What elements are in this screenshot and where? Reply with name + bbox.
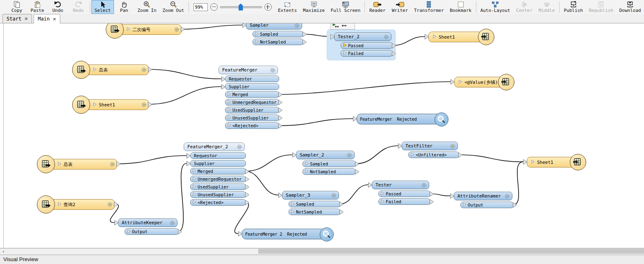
toolbar-button-transformer[interactable]: Transformer [411, 0, 447, 14]
port-unmergedrequestor[interactable]: UnmergedRequestor [190, 176, 246, 182]
transformer-node-tester-2[interactable]: Tester_2PassedFailed [334, 32, 391, 57]
connection[interactable] [303, 34, 330, 37]
input-arrow-icon[interactable] [187, 153, 191, 159]
transformer-node-featuremerger[interactable]: FeatureMergerRequestorSupplierMergedUnme… [218, 66, 278, 129]
transformer-node-featuremerger-2[interactable]: FeatureMerger_2RequestorSupplierMergedUn… [184, 142, 245, 206]
input-arrow-icon[interactable] [398, 143, 402, 150]
writer-node-value-乡镇[interactable]: <@Value(乡镇)> [454, 77, 510, 87]
connection[interactable] [245, 155, 292, 171]
toolbar-button-zoom-in[interactable]: Zoom In [134, 0, 159, 14]
gear-icon[interactable] [504, 193, 510, 199]
toolbar-button-full-screen[interactable]: Full Screen [328, 0, 363, 14]
transformer-node-sampler-3[interactable]: Sampler_3SampledNotSampled [282, 191, 339, 215]
input-arrow-icon[interactable] [221, 84, 225, 90]
writer-node-sheet1[interactable]: Sheet1 [428, 32, 490, 42]
toolbar-button-maximize[interactable]: Maximize [300, 0, 328, 14]
output-arrow-icon[interactable] [458, 152, 462, 158]
transformer-node-testfilter[interactable]: TestFilter<Unfiltered> [402, 142, 458, 158]
output-arrow-icon[interactable] [430, 191, 434, 197]
node-title-bar[interactable]: AttributeKeeper [118, 218, 177, 227]
output-arrow-icon[interactable] [278, 108, 282, 114]
scrollbar-track[interactable] [7, 248, 644, 254]
gear-icon[interactable] [294, 23, 300, 28]
output-arrow-icon[interactable] [181, 27, 185, 33]
output-arrow-icon[interactable] [278, 92, 282, 98]
gear-icon[interactable] [450, 143, 455, 149]
tab-main[interactable]: Main× [34, 14, 60, 23]
output-arrow-icon[interactable] [178, 229, 182, 235]
output-arrow-icon[interactable] [245, 192, 249, 198]
gear-icon[interactable] [270, 67, 275, 73]
visual-preview-panel-header[interactable]: Visual Preview [0, 255, 644, 264]
magnifier-icon[interactable] [320, 227, 334, 241]
output-arrow-icon[interactable] [339, 202, 344, 208]
port-sampled[interactable]: Sampled [303, 161, 356, 167]
output-arrow-icon[interactable] [245, 184, 249, 191]
port-usedsupplier[interactable]: UsedSupplier [190, 184, 246, 190]
node-title-bar[interactable]: Sampler_3 [282, 191, 339, 200]
zoom-out-step-button[interactable] [210, 3, 218, 11]
input-arrow-icon[interactable] [187, 161, 191, 167]
connection[interactable] [181, 25, 242, 29]
port-failed[interactable]: Failed [378, 198, 430, 205]
output-arrow-icon[interactable] [245, 200, 249, 206]
input-arrow-icon[interactable] [114, 220, 118, 227]
port-rejected[interactable]: <Rejected> [225, 122, 279, 129]
input-arrow-icon[interactable] [523, 159, 527, 166]
gear-icon[interactable] [141, 102, 147, 108]
output-arrow-icon[interactable] [303, 32, 307, 38]
toolbar-button-extents[interactable]: Extents [275, 0, 300, 14]
toolbar-button-select[interactable]: Select [91, 0, 114, 14]
input-arrow-icon[interactable] [450, 193, 454, 200]
run-from-here-icon[interactable] [332, 23, 339, 30]
run-to-here-icon[interactable] [341, 23, 348, 30]
zoom-level-input[interactable]: 99% [193, 3, 208, 11]
port-supplier[interactable]: Supplier [190, 160, 246, 167]
toolbar-button-writer[interactable]: Writer [389, 0, 411, 14]
transformer-node-sampler[interactable]: SamplerSampledNotSampled [246, 23, 302, 45]
port-notsampled[interactable]: NotSampled [303, 168, 356, 175]
port-output[interactable]: Output [460, 202, 514, 208]
connection[interactable] [278, 119, 353, 126]
inspector-node-featuremerger-rejected[interactable]: FeatureMerger__Rejected_ [357, 114, 442, 124]
node-title-bar[interactable]: Sampler_2 [296, 151, 355, 159]
port-merged[interactable]: Merged [190, 168, 246, 174]
reader-node-sheet1[interactable]: Sheet1 [80, 99, 149, 110]
output-arrow-icon[interactable] [148, 67, 152, 73]
node-title-bar[interactable]: FeatureMerger_2 [184, 142, 245, 151]
input-arrow-icon[interactable] [242, 23, 246, 29]
gear-icon[interactable] [174, 27, 180, 32]
port-sampled[interactable]: Sampled [253, 31, 303, 37]
inspector-node-featuremerger-2-rejected[interactable]: FeatureMerger_2__Rejected_ [242, 229, 328, 239]
zoom-in-step-button[interactable] [264, 3, 272, 11]
input-arrow-icon[interactable] [238, 231, 242, 237]
gear-icon[interactable] [331, 193, 337, 198]
port-requestor[interactable]: Requestor [190, 152, 246, 159]
connection[interactable] [339, 185, 368, 204]
transformer-node-sampler-2[interactable]: Sampler_2SampledNotSampled [296, 151, 355, 175]
port-passed[interactable]: Passed [378, 191, 430, 197]
toolbar-button-paste[interactable]: Paste [27, 0, 48, 14]
workflow-canvas[interactable]: 二次编号SamplerSampledNotSampledTester_2Pass… [0, 23, 644, 248]
tab-close-icon[interactable]: × [24, 16, 28, 21]
port-merged[interactable]: Merged [225, 91, 279, 98]
output-arrow-icon[interactable] [245, 177, 249, 183]
port-notsampled[interactable]: NotSampled [289, 209, 340, 215]
connection[interactable] [245, 171, 278, 195]
toolbar-button-undo[interactable]: Undo [48, 0, 68, 14]
port-unfiltered[interactable]: <Unfiltered> [408, 152, 459, 158]
input-arrow-icon[interactable] [425, 34, 429, 41]
toolbar-button-reader[interactable]: Reader [366, 0, 389, 14]
node-title-bar[interactable]: Tester [372, 181, 429, 189]
input-arrow-icon[interactable] [330, 34, 335, 41]
output-arrow-icon[interactable] [392, 51, 396, 57]
input-arrow-icon[interactable] [353, 116, 357, 122]
output-arrow-icon[interactable] [430, 199, 434, 205]
toolbar-button-pan[interactable]: Pan [114, 0, 134, 14]
toolbar-button-publish[interactable]: Publish [561, 0, 586, 14]
output-arrow-icon[interactable] [114, 202, 118, 208]
gear-icon[interactable] [346, 152, 352, 158]
tab-close-icon[interactable]: × [52, 16, 56, 22]
toolbar-button-copy[interactable]: Copy [7, 0, 27, 14]
input-arrow-icon[interactable] [292, 152, 296, 159]
